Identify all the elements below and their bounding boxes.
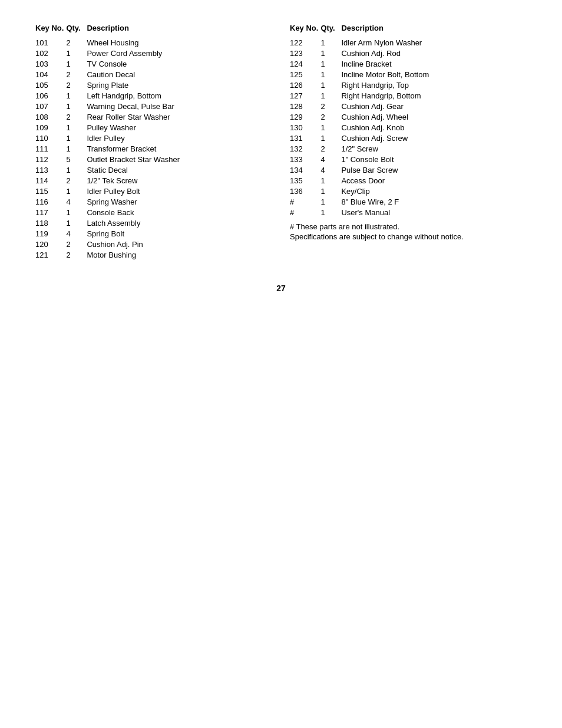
key-no-cell: 128 <box>290 101 320 111</box>
table-row: 115 1 Idler Pulley Bolt <box>35 186 272 196</box>
qty-cell: 1 <box>320 196 341 207</box>
desc-cell: Incline Motor Bolt, Bottom <box>341 69 527 80</box>
key-no-cell: 121 <box>35 249 66 260</box>
desc-cell: Pulse Bar Screw <box>341 164 527 175</box>
desc-cell: Wheel Housing <box>87 37 272 48</box>
desc-cell: Pulley Washer <box>87 122 272 133</box>
key-no-cell: 130 <box>290 122 320 133</box>
desc-cell: Incline Bracket <box>341 58 527 69</box>
qty-cell: 1 <box>320 80 341 90</box>
qty-cell: 1 <box>320 122 341 133</box>
key-no-cell: 104 <box>35 69 66 80</box>
qty-cell: 1 <box>66 186 87 196</box>
table-row: 134 4 Pulse Bar Screw <box>290 164 527 175</box>
table-row: 128 2 Cushion Adj. Gear <box>290 101 527 111</box>
key-no-cell: 126 <box>290 80 320 90</box>
table-row: 111 1 Transformer Bracket <box>35 143 272 154</box>
qty-cell: 1 <box>320 175 341 186</box>
key-no-cell: 123 <box>290 48 320 58</box>
qty-cell: 1 <box>66 164 87 175</box>
desc-cell: Right Handgrip, Top <box>341 80 527 90</box>
qty-cell: 4 <box>320 164 341 175</box>
qty-cell: 1 <box>66 122 87 133</box>
table-row: 122 1 Idler Arm Nylon Washer <box>290 37 527 48</box>
desc-cell: Rear Roller Star Washer <box>87 111 272 122</box>
table-row: 126 1 Right Handgrip, Top <box>290 80 527 90</box>
desc-cell: 1/2" Tek Screw <box>87 175 272 186</box>
qty-cell: 1 <box>320 186 341 196</box>
table-row: 132 2 1/2" Screw <box>290 143 527 154</box>
key-no-cell: # <box>290 196 320 207</box>
qty-cell: 1 <box>320 69 341 80</box>
key-no-cell: 135 <box>290 175 320 186</box>
desc-cell: 1/2" Screw <box>341 143 527 154</box>
key-no-cell: 133 <box>290 154 320 164</box>
key-no-cell: 113 <box>35 164 66 175</box>
desc-cell: 1" Console Bolt <box>341 154 527 164</box>
left-parts-table: Key No. Qty. Description 101 2 Wheel Hou… <box>35 24 272 260</box>
key-no-cell: 134 <box>290 164 320 175</box>
table-row: 117 1 Console Back <box>35 207 272 218</box>
right-header-desc: Description <box>341 24 527 37</box>
right-header-qty: Qty. <box>320 24 341 37</box>
key-no-cell: # <box>290 207 320 218</box>
table-row: 131 1 Cushion Adj. Screw <box>290 133 527 143</box>
desc-cell: Warning Decal, Pulse Bar <box>87 101 272 111</box>
desc-cell: Motor Bushing <box>87 249 272 260</box>
qty-cell: 4 <box>66 196 87 207</box>
table-row: 123 1 Cushion Adj. Rod <box>290 48 527 58</box>
key-no-cell: 111 <box>35 143 66 154</box>
key-no-cell: 122 <box>290 37 320 48</box>
key-no-cell: 116 <box>35 196 66 207</box>
desc-cell: Power Cord Assembly <box>87 48 272 58</box>
page-content: Key No. Qty. Description 101 2 Wheel Hou… <box>35 24 527 293</box>
desc-cell: User's Manual <box>341 207 527 218</box>
table-row: 109 1 Pulley Washer <box>35 122 272 133</box>
desc-cell: Cushion Adj. Knob <box>341 122 527 133</box>
key-no-cell: 129 <box>290 111 320 122</box>
table-row: 108 2 Rear Roller Star Washer <box>35 111 272 122</box>
qty-cell: 4 <box>320 154 341 164</box>
table-row: # 1 User's Manual <box>290 207 527 218</box>
table-row: 127 1 Right Handgrip, Bottom <box>290 90 527 101</box>
left-header-desc: Description <box>87 24 272 37</box>
desc-cell: Console Back <box>87 207 272 218</box>
table-row: 104 2 Caution Decal <box>35 69 272 80</box>
left-column: Key No. Qty. Description 101 2 Wheel Hou… <box>35 24 284 260</box>
desc-cell: Idler Pulley <box>87 133 272 143</box>
key-no-cell: 120 <box>35 239 66 249</box>
table-row: 114 2 1/2" Tek Screw <box>35 175 272 186</box>
desc-cell: 8" Blue Wire, 2 F <box>341 196 527 207</box>
right-column: Key No. Qty. Description 122 1 Idler Arm… <box>284 24 527 260</box>
table-row: 125 1 Incline Motor Bolt, Bottom <box>290 69 527 80</box>
key-no-cell: 109 <box>35 122 66 133</box>
key-no-cell: 107 <box>35 101 66 111</box>
qty-cell: 1 <box>320 133 341 143</box>
qty-cell: 2 <box>66 175 87 186</box>
footer-note: # These parts are not illustrated. <box>290 222 527 231</box>
desc-cell: Caution Decal <box>87 69 272 80</box>
desc-cell: Idler Pulley Bolt <box>87 186 272 196</box>
key-no-cell: 103 <box>35 58 66 69</box>
key-no-cell: 117 <box>35 207 66 218</box>
desc-cell: Spring Bolt <box>87 228 272 239</box>
table-row: 118 1 Latch Assembly <box>35 218 272 228</box>
key-no-cell: 114 <box>35 175 66 186</box>
right-parts-table: Key No. Qty. Description 122 1 Idler Arm… <box>290 24 527 218</box>
qty-cell: 1 <box>320 48 341 58</box>
qty-cell: 2 <box>66 111 87 122</box>
key-no-cell: 118 <box>35 218 66 228</box>
desc-cell: TV Console <box>87 58 272 69</box>
table-row: 124 1 Incline Bracket <box>290 58 527 69</box>
table-row: 120 2 Cushion Adj. Pin <box>35 239 272 249</box>
qty-cell: 2 <box>66 69 87 80</box>
desc-cell: Transformer Bracket <box>87 143 272 154</box>
qty-cell: 1 <box>66 58 87 69</box>
footer-notes: # These parts are not illustrated.Specif… <box>290 222 527 241</box>
desc-cell: Key/Clip <box>341 186 527 196</box>
table-row: 105 2 Spring Plate <box>35 80 272 90</box>
qty-cell: 1 <box>320 58 341 69</box>
desc-cell: Cushion Adj. Gear <box>341 101 527 111</box>
key-no-cell: 115 <box>35 186 66 196</box>
table-row: 112 5 Outlet Bracket Star Washer <box>35 154 272 164</box>
